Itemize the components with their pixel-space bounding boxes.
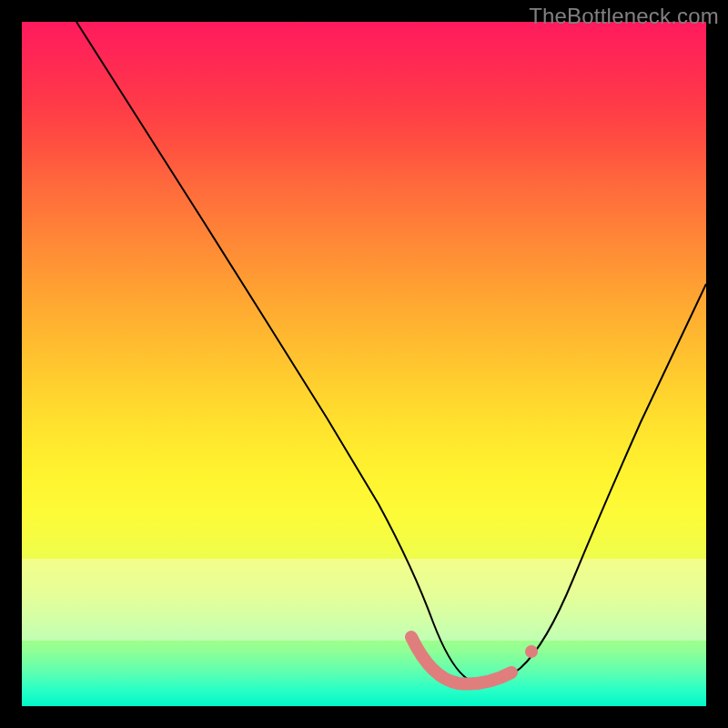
watermark-text: TheBottleneck.com xyxy=(529,4,719,29)
optimal-range-segment xyxy=(411,637,511,684)
plot-area xyxy=(22,22,706,706)
chart-frame: TheBottleneck.com xyxy=(0,0,728,728)
bottleneck-curve xyxy=(76,22,706,683)
optimal-end-dot-icon xyxy=(525,645,538,658)
chart-svg xyxy=(22,22,706,706)
